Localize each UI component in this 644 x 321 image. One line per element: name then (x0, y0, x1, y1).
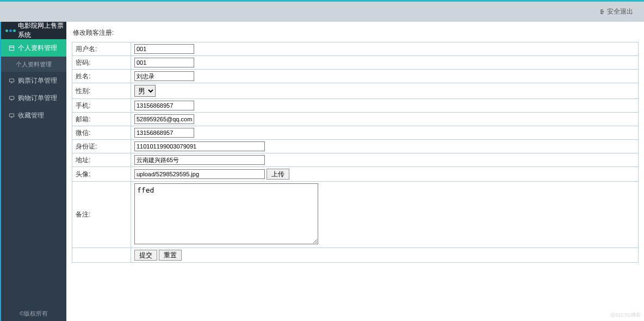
avatar-path-input[interactable] (134, 169, 265, 179)
sidebar-item-ticket-orders[interactable]: 购票订单管理 (1, 72, 66, 89)
monitor-icon (9, 78, 15, 84)
address-input[interactable] (134, 155, 265, 165)
label-remark: 备注: (72, 182, 131, 248)
edit-customer-form: 用户名: 密码: 姓名: 性别: 男 手机: 邮箱: (72, 42, 639, 263)
email-input[interactable] (134, 114, 194, 124)
svg-rect-2 (9, 79, 14, 82)
monitor-icon (9, 113, 15, 119)
logo-dots-icon (5, 29, 16, 32)
gender-select[interactable]: 男 (134, 85, 156, 97)
label-avatar: 头像: (72, 167, 131, 182)
sidebar-item-favorites[interactable]: 收藏管理 (1, 107, 66, 124)
page-title: 修改顾客注册: (72, 26, 639, 42)
label-wechat: 微信: (72, 126, 131, 140)
watermark: @51CTO博客 (610, 312, 641, 319)
sidebar-title: 电影院网上售票系统 (18, 21, 66, 40)
profile-icon (9, 45, 15, 51)
label-name: 姓名: (72, 70, 131, 83)
label-actions (72, 248, 131, 263)
label-address: 地址: (72, 153, 131, 167)
phone-input[interactable] (134, 101, 194, 110)
label-password: 密码: (72, 56, 131, 70)
password-input[interactable] (134, 58, 194, 67)
sidebar-footer: ©版权所有 (1, 306, 66, 321)
sidebar-item-label: 个人资料管理 (18, 44, 57, 53)
label-gender: 性别: (72, 83, 131, 99)
reset-button[interactable]: 重置 (159, 250, 182, 261)
wechat-input[interactable] (134, 128, 194, 138)
label-email: 邮箱: (72, 113, 131, 126)
username-input[interactable] (134, 44, 194, 54)
sidebar-item-profile[interactable]: 个人资料管理 (1, 39, 66, 57)
logout-icon (599, 9, 605, 15)
sidebar-item-label: 收藏管理 (18, 111, 44, 120)
main-content: 修改顾客注册: 用户名: 密码: 姓名: 性别: 男 手机: 邮箱 (66, 22, 644, 321)
sidebar-item-shop-orders[interactable]: 购物订单管理 (1, 89, 66, 107)
svg-rect-0 (9, 46, 14, 50)
label-idcard: 身份证: (72, 140, 131, 153)
sidebar-sub-profile[interactable]: 个人资料管理 (1, 57, 66, 72)
svg-rect-4 (9, 96, 14, 100)
remark-textarea[interactable]: ffed (134, 183, 318, 244)
sidebar-item-label: 购物订单管理 (18, 94, 57, 103)
sidebar-item-label: 购票订单管理 (18, 76, 57, 85)
sidebar-header: 电影院网上售票系统 (1, 22, 66, 39)
label-phone: 手机: (72, 99, 131, 113)
sidebar: 电影院网上售票系统 个人资料管理 个人资料管理 购票订单管理 购物订单管理 收藏… (1, 22, 66, 321)
top-bar: 安全退出 (0, 0, 644, 22)
idcard-input[interactable] (134, 141, 265, 151)
label-username: 用户名: (72, 42, 131, 56)
submit-button[interactable]: 提交 (134, 250, 157, 261)
name-input[interactable] (134, 71, 194, 81)
svg-rect-6 (9, 114, 14, 117)
logout-link[interactable]: 安全退出 (599, 7, 633, 16)
logout-label: 安全退出 (607, 7, 633, 16)
upload-button[interactable]: 上传 (267, 169, 289, 180)
monitor-icon (9, 95, 15, 101)
